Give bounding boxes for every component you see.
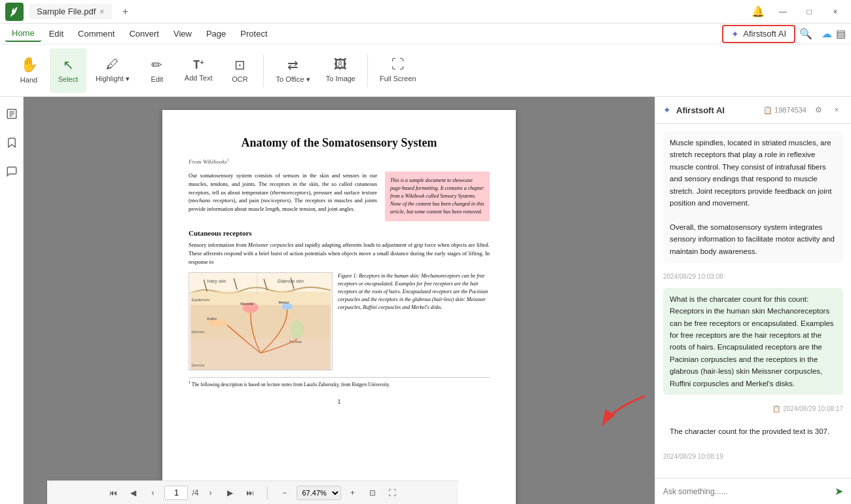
- ai-input[interactable]: [663, 487, 829, 496]
- pdf-viewer[interactable]: Anatomy of the Somatosensory System From…: [24, 97, 655, 504]
- pdf-subtitle: From Wikibooks1: [189, 158, 490, 165]
- app-logo: [5, 3, 24, 21]
- ai-settings-btn[interactable]: ⚙: [812, 103, 825, 117]
- svg-text:Dermis: Dermis: [192, 329, 204, 334]
- edit-icon: ✏: [151, 57, 162, 73]
- tool-to-image-label: To Image: [326, 75, 355, 83]
- tool-hand[interactable]: ✋ Hand: [10, 48, 47, 93]
- ai-button[interactable]: ✦ Afirstsoft AI: [722, 25, 795, 43]
- svg-text:Merkel: Merkel: [279, 300, 289, 304]
- zoom-in-btn[interactable]: +: [345, 485, 361, 501]
- tool-to-office[interactable]: ⇄ To Office ▾: [269, 48, 316, 93]
- tool-to-image[interactable]: 🖼 To Image: [319, 48, 362, 93]
- hand-icon: ✋: [20, 56, 38, 73]
- pdf-page: Anatomy of the Somatosensory System From…: [162, 110, 516, 504]
- nav-prev[interactable]: ‹: [145, 485, 160, 501]
- panel-icon[interactable]: ▤: [836, 27, 846, 40]
- tab-filename: Sample File.pdf: [37, 7, 96, 16]
- tool-ocr[interactable]: ⊡ OCR: [221, 48, 258, 93]
- nav-next[interactable]: ›: [203, 485, 219, 501]
- tool-edit[interactable]: ✏ Edit: [139, 48, 175, 93]
- add-tab-btn[interactable]: +: [117, 4, 133, 20]
- menu-page[interactable]: Page: [200, 26, 232, 41]
- fit-page-btn[interactable]: ⛶: [384, 485, 400, 501]
- maximize-btn[interactable]: □: [799, 4, 820, 20]
- zoom-out-btn[interactable]: −: [277, 485, 293, 501]
- ai-assistant-msg-1: Muscle spindles, located in striated mus…: [663, 132, 843, 262]
- menu-home[interactable]: Home: [5, 26, 41, 42]
- ai-user-msg-timestamp: 📋 2024/08/29 10:08:17: [663, 405, 843, 412]
- tool-add-text[interactable]: T+ Add Text: [178, 48, 219, 93]
- ai-messages[interactable]: Muscle spindles, located in striated mus…: [655, 124, 851, 478]
- ai-input-area: ➤: [655, 478, 851, 504]
- fit-width-btn[interactable]: ⊡: [365, 485, 380, 501]
- ai-panel-title: Afirstsoft AI: [676, 105, 758, 115]
- ocr-icon: ⊡: [234, 57, 245, 73]
- pdf-cutaneous-text: Sensory information from Meissner corpus…: [189, 241, 490, 266]
- cloud-icon[interactable]: ☁: [822, 27, 832, 40]
- ai-close-btn[interactable]: ×: [830, 103, 843, 117]
- pdf-figure-area: Epidermis Dermis Meissner Merkel Ruffini: [189, 272, 490, 370]
- pdf-intro-text: Our somatosensory system consists of sen…: [189, 171, 377, 213]
- menu-comment[interactable]: Comment: [71, 26, 121, 41]
- file-tab[interactable]: Sample File.pdf ×: [29, 4, 112, 19]
- close-btn[interactable]: ×: [825, 4, 846, 20]
- tool-highlight-label: Highlight ▾: [96, 75, 130, 83]
- menu-protect[interactable]: Protect: [234, 26, 274, 41]
- pdf-footnote: 1 The following description is based on …: [189, 377, 490, 387]
- menu-convert[interactable]: Convert: [122, 26, 166, 41]
- pdf-figure-image: Epidermis Dermis Meissner Merkel Ruffini: [189, 272, 333, 370]
- menu-edit[interactable]: Edit: [43, 26, 70, 41]
- pdf-intro-section: Our somatosensory system consists of sen…: [189, 171, 490, 221]
- to-office-icon: ⇄: [287, 57, 299, 73]
- highlight-icon: 🖊: [106, 57, 119, 72]
- pdf-section-cutaneous: Cutaneous receptors: [189, 229, 490, 237]
- pdf-title: Anatomy of the Somatosensory System: [189, 136, 490, 150]
- tool-to-office-label: To Office ▾: [276, 75, 310, 84]
- search-btn[interactable]: 🔍: [797, 25, 815, 43]
- pdf-highlight-box: This is a sample document to showcase pa…: [385, 171, 490, 221]
- menu-view[interactable]: View: [167, 26, 198, 41]
- pdf-figure-caption: Figure 1: Receptors in the human skin: M…: [338, 272, 490, 370]
- ai-button-label: Afirstsoft AI: [743, 29, 786, 39]
- nav-next-page[interactable]: ▶: [223, 485, 238, 501]
- tool-select-label: Select: [58, 75, 79, 84]
- ai-spark-icon: ✦: [731, 29, 739, 39]
- tool-ocr-label: OCR: [232, 75, 247, 84]
- left-panel-icon-comment[interactable]: [3, 162, 21, 181]
- svg-text:Glabrous skin: Glabrous skin: [278, 279, 304, 284]
- to-image-icon: 🖼: [334, 57, 347, 72]
- tool-full-screen-label: Full Screen: [380, 75, 416, 83]
- ai-panel-id: 📋 19874534: [763, 106, 806, 115]
- page-input[interactable]: [164, 486, 188, 500]
- zoom-select[interactable]: 50% 67.47% 75% 100% 125% 150% 200%: [297, 486, 341, 500]
- svg-text:Epidermis: Epidermis: [192, 297, 209, 302]
- ai-panel: ✦ Afirstsoft AI 📋 19874534 ⚙ × Muscle sp…: [655, 97, 851, 504]
- svg-rect-21: [190, 338, 331, 370]
- tool-full-screen[interactable]: ⛶ Full Screen: [373, 48, 423, 93]
- svg-point-19: [291, 321, 304, 340]
- select-icon: ↖: [63, 57, 74, 73]
- main-content: Anatomy of the Somatosensory System From…: [0, 97, 851, 504]
- menu-bar: Home Edit Comment Convert View Page Prot…: [0, 24, 851, 45]
- ai-send-btn[interactable]: ➤: [835, 485, 843, 497]
- left-panel: [0, 97, 24, 504]
- minimize-btn[interactable]: —: [772, 4, 793, 20]
- nav-first-page[interactable]: ⏮: [105, 485, 121, 501]
- tab-close-btn[interactable]: ×: [100, 7, 104, 16]
- nav-last-page[interactable]: ⏭: [242, 485, 258, 501]
- svg-text:Meissner: Meissner: [240, 302, 254, 306]
- left-panel-icon-page[interactable]: [3, 105, 21, 123]
- bottom-separator: [267, 486, 268, 499]
- svg-text:Dermis: Dermis: [192, 363, 204, 367]
- notification-icon: 🔔: [749, 3, 767, 21]
- tool-select[interactable]: ↖ Select: [50, 48, 86, 93]
- tool-highlight[interactable]: 🖊 Highlight ▾: [89, 48, 136, 93]
- nav-prev-page[interactable]: ◀: [125, 485, 141, 501]
- svg-text:Hairy skin: Hairy skin: [207, 279, 226, 285]
- pdf-main-col: Our somatosensory system consists of sen…: [189, 171, 377, 221]
- tool-add-text-label: Add Text: [185, 74, 213, 82]
- add-text-icon: T+: [193, 58, 204, 71]
- left-panel-icon-bookmark[interactable]: [3, 134, 21, 152]
- ai-assistant-msg-1-timestamp: 2024/08/29 10:03:08: [663, 273, 843, 280]
